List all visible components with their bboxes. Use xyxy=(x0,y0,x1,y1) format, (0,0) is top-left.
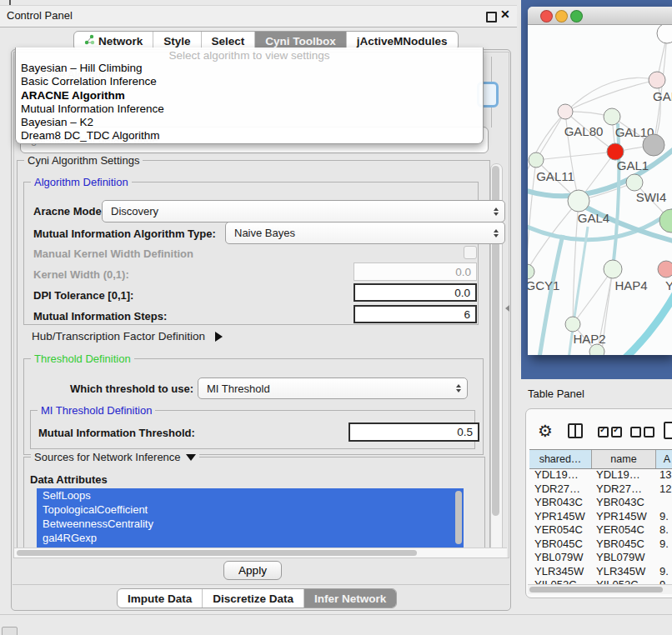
network-node-swi4[interactable] xyxy=(626,174,643,191)
table-row[interactable]: YBL079WYBL079W xyxy=(529,551,672,565)
table-cell: YDR27… xyxy=(596,482,642,497)
splitter-collapse-icon[interactable] xyxy=(505,305,509,312)
dropdown-items: Bayesian – Hill ClimbingBasic Correlatio… xyxy=(16,62,483,143)
dropdown-item[interactable]: Basic Correlation Inference xyxy=(16,75,483,88)
network-node-gcy1[interactable] xyxy=(528,264,534,279)
tab-label: Network xyxy=(98,35,143,48)
table-row[interactable]: YDL19…YDL19…13 xyxy=(529,468,672,482)
dpi-tolerance-value: 0.0 xyxy=(454,287,470,299)
network-node-label: GAL4 xyxy=(578,211,609,225)
sources-title-wrap[interactable]: Sources for Network Inference xyxy=(31,451,199,463)
tab-label: Impute Data xyxy=(128,592,192,605)
dropdown-item[interactable]: Bayesian – Hill Climbing xyxy=(16,62,483,75)
aracne-mode-combobox[interactable]: Discovery xyxy=(102,200,505,222)
network-node-y[interactable] xyxy=(658,261,672,278)
dropdown-item[interactable]: Dream8 DC_TDC Algorithm xyxy=(16,129,483,142)
network-node-gal[interactable] xyxy=(649,72,665,88)
threshold-definition-title: Threshold Definition xyxy=(31,352,134,365)
data-attributes-label: Data Attributes xyxy=(30,473,108,486)
table-rows: YDL19…YDL19…13YDR27…YDR27…12YBR043CYBR04… xyxy=(529,468,672,584)
table-row[interactable]: YDR27…YDR27…12 xyxy=(529,482,672,497)
bottom-corner-button[interactable] xyxy=(2,627,18,635)
network-node-label: HAP4 xyxy=(614,278,647,292)
table-horizontal-scrollbar-thumb[interactable] xyxy=(529,587,663,592)
mi-steps-field[interactable]: 6 xyxy=(354,305,477,323)
combo-spinner-icon xyxy=(456,384,461,392)
network-canvas[interactable]: GAL80GAL10GAL1GAL11SWI4GAL4GALGCY1HAP4YH… xyxy=(528,25,672,355)
settings-horizontal-scrollbar-thumb[interactable] xyxy=(17,550,417,556)
manual-kernel-checkbox[interactable] xyxy=(464,246,477,259)
expanded-arrow-icon xyxy=(186,454,196,461)
kernel-width-label: Kernel Width (0,1): xyxy=(33,268,129,281)
table-row[interactable]: YLR345WYLR345W9. xyxy=(529,565,672,579)
close-icon[interactable]: ✕ xyxy=(500,8,510,21)
float-window-icon[interactable] xyxy=(486,12,497,22)
mi-threshold-field[interactable]: 0.5 xyxy=(349,422,479,442)
table-column-header[interactable]: A xyxy=(656,450,672,468)
mi-type-label: Mutual Information Algorithm Type: xyxy=(33,228,216,240)
which-threshold-combobox[interactable]: MI Threshold xyxy=(198,378,468,399)
table-header-row: shared…nameA xyxy=(529,449,672,469)
data-attributes-list[interactable]: SelfLoopsTopologicalCoefficientBetweenne… xyxy=(37,488,464,548)
network-node-gal10[interactable] xyxy=(604,108,620,125)
table-cell: YDL19… xyxy=(596,468,640,482)
bottom-tabbar: Impute DataDiscretize DataInfer Network xyxy=(117,588,397,608)
table-cell: YDR27… xyxy=(534,482,580,497)
table-row[interactable]: YPR145WYPR145W9. xyxy=(529,510,672,524)
network-node[interactable] xyxy=(657,25,672,43)
mac-close-button[interactable] xyxy=(540,10,553,22)
table-row[interactable]: YIL052CYIL052C9. xyxy=(529,578,672,584)
mi-type-combobox[interactable]: Naive Bayes xyxy=(225,222,505,244)
table-row[interactable]: YBR045CYBR045C9. xyxy=(529,538,672,552)
network-node-label: GAL80 xyxy=(564,124,604,138)
table-horizontal-scrollbar[interactable] xyxy=(528,584,672,594)
network-node-gal11[interactable] xyxy=(529,152,544,168)
network-node-hap4[interactable] xyxy=(604,260,622,278)
control-panel-title: Control Panel xyxy=(7,9,73,22)
clear-checkboxes-icon[interactable] xyxy=(630,427,657,440)
table-row[interactable]: YBR043CYBR043C xyxy=(529,496,672,510)
hub-tf-definition-toggle[interactable]: Hub/Transcription Factor Definition xyxy=(32,330,223,342)
select-all-checkboxes-icon[interactable]: ✓✓ xyxy=(598,427,624,440)
bottom-tab-discretize-data[interactable]: Discretize Data xyxy=(203,589,304,608)
attribute-list-item[interactable]: SelfLoops xyxy=(37,488,464,502)
mac-minimize-button[interactable] xyxy=(555,10,568,22)
network-node-gal1[interactable] xyxy=(607,143,624,160)
network-node-gal80[interactable] xyxy=(558,104,573,119)
network-node-gal4[interactable] xyxy=(568,190,589,212)
network-node-label: Y xyxy=(665,278,672,292)
network-node[interactable] xyxy=(659,209,672,232)
document-icon[interactable] xyxy=(664,422,672,439)
network-window-titlebar[interactable] xyxy=(528,7,672,25)
columns-icon[interactable] xyxy=(568,423,583,438)
combo-spinner-icon xyxy=(494,208,499,216)
dropdown-item[interactable]: Bayesian – K2 xyxy=(16,116,483,129)
mi-threshold-label: Mutual Information Threshold: xyxy=(38,427,195,439)
table-column-header[interactable]: name xyxy=(592,450,656,468)
network-node[interactable] xyxy=(643,134,664,156)
table-cell: YDL19… xyxy=(534,468,579,482)
aracne-mode-label: Aracne Mode: xyxy=(33,205,105,218)
attributes-list-scrollbar-thumb[interactable] xyxy=(455,491,462,544)
bottom-tab-impute-data[interactable]: Impute Data xyxy=(118,589,203,608)
table-column-header[interactable]: shared… xyxy=(529,450,592,468)
dropdown-item[interactable]: ARACNE Algorithm xyxy=(16,89,483,102)
attribute-list-item[interactable]: TopologicalCoefficient xyxy=(37,502,464,517)
attribute-list-item[interactable]: gal4RGexp xyxy=(37,531,464,545)
table-row[interactable]: YER054CYER054C8. xyxy=(529,523,672,538)
mac-zoom-button[interactable] xyxy=(570,10,583,22)
network-node-hap2[interactable] xyxy=(565,317,580,332)
table-cell: YPR145W xyxy=(534,510,585,524)
dpi-tolerance-field[interactable]: 0.0 xyxy=(354,283,477,302)
gear-icon[interactable]: ⚙ xyxy=(538,421,553,441)
settings-horizontal-scrollbar[interactable] xyxy=(14,548,507,558)
attribute-list-item[interactable]: BetweennessCentrality xyxy=(37,517,464,531)
tab-label: jActiveMNodules xyxy=(357,35,448,48)
network-node[interactable] xyxy=(589,344,604,355)
mi-threshold-value: 0.5 xyxy=(457,426,473,438)
apply-button[interactable]: Apply xyxy=(223,561,282,580)
kernel-width-field[interactable]: 0.0 xyxy=(354,262,477,281)
tab-label: Infer Network xyxy=(314,592,386,605)
dropdown-item[interactable]: Mutual Information Inference xyxy=(16,102,483,116)
bottom-tab-infer-network[interactable]: Infer Network xyxy=(304,589,396,608)
